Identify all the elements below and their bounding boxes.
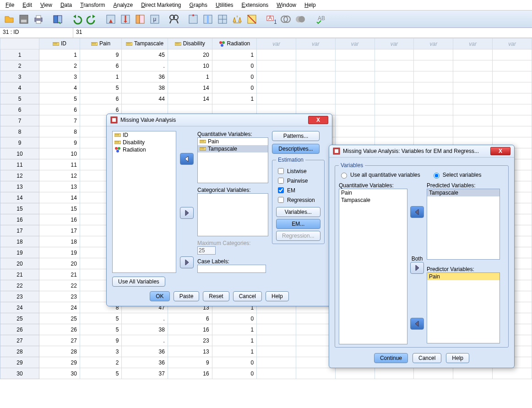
cell-blank[interactable] bbox=[375, 49, 414, 60]
quant-item-pain[interactable]: Pain bbox=[339, 189, 407, 196]
move-to-categorical-button[interactable] bbox=[180, 207, 194, 219]
cell-blank[interactable] bbox=[493, 60, 532, 71]
help-button[interactable]: Help bbox=[446, 353, 469, 363]
cell-blank[interactable] bbox=[296, 82, 335, 93]
cell[interactable]: 9 bbox=[80, 335, 122, 346]
cell-blank[interactable] bbox=[493, 93, 532, 104]
cell-blank[interactable] bbox=[375, 368, 414, 379]
menu-transform[interactable]: Transform bbox=[76, 1, 109, 9]
cell-blank[interactable] bbox=[296, 60, 335, 71]
cell[interactable]: 23 bbox=[168, 335, 212, 346]
menu-view[interactable]: View bbox=[37, 1, 56, 9]
cell[interactable]: . bbox=[122, 335, 168, 346]
patterns-button[interactable]: Patterns... bbox=[272, 131, 320, 141]
cell[interactable]: 13 bbox=[168, 346, 212, 357]
row-header[interactable]: 14 bbox=[0, 192, 39, 203]
row-header[interactable]: 4 bbox=[0, 82, 39, 93]
cell[interactable]: 3 bbox=[39, 71, 80, 82]
cell[interactable]: 5 bbox=[80, 324, 122, 335]
row-header[interactable]: 29 bbox=[0, 357, 39, 368]
cell-blank[interactable] bbox=[493, 71, 532, 82]
cell-blank[interactable] bbox=[257, 346, 296, 357]
cell-blank[interactable] bbox=[453, 115, 493, 126]
row-header[interactable]: 10 bbox=[0, 148, 39, 159]
cell[interactable]: 28 bbox=[39, 346, 80, 357]
cell-blank[interactable] bbox=[414, 115, 453, 126]
cell[interactable]: 19 bbox=[39, 247, 80, 258]
row-header[interactable]: 22 bbox=[0, 280, 39, 291]
row-header[interactable]: 18 bbox=[0, 236, 39, 247]
predicted-item-tampascale[interactable]: Tampascale bbox=[427, 189, 499, 196]
quantitative-variables-list[interactable]: PainTampascale bbox=[197, 137, 268, 183]
row-header[interactable]: 26 bbox=[0, 324, 39, 335]
cell[interactable]: 38 bbox=[122, 82, 168, 93]
column-header-blank[interactable]: var bbox=[335, 38, 375, 49]
row-header[interactable]: 11 bbox=[0, 159, 39, 170]
cell[interactable]: 29 bbox=[39, 357, 80, 368]
cell[interactable]: 0 bbox=[212, 82, 256, 93]
cell[interactable]: 12 bbox=[39, 170, 80, 181]
cell-blank[interactable] bbox=[335, 60, 375, 71]
row-header[interactable]: 5 bbox=[0, 93, 39, 104]
close-button[interactable]: X bbox=[490, 147, 510, 155]
cell[interactable]: 7 bbox=[39, 115, 80, 126]
cell-blank[interactable] bbox=[335, 368, 375, 379]
cell[interactable]: 27 bbox=[39, 335, 80, 346]
redo-icon[interactable] bbox=[85, 13, 98, 26]
predicted-variables-list[interactable]: Tampascale bbox=[427, 189, 500, 260]
cell-blank[interactable] bbox=[414, 93, 453, 104]
cell-blank[interactable] bbox=[414, 49, 453, 60]
cell-blank[interactable] bbox=[257, 93, 296, 104]
move-to-caselabel-button[interactable] bbox=[180, 256, 194, 268]
cell[interactable]: 22 bbox=[39, 280, 80, 291]
cancel-button[interactable]: Cancel bbox=[233, 291, 262, 301]
variables-icon[interactable] bbox=[134, 13, 147, 26]
row-header[interactable]: 23 bbox=[0, 291, 39, 302]
menu-extensions[interactable]: Extensions bbox=[238, 1, 272, 9]
column-header-disability[interactable]: Disability bbox=[168, 38, 212, 49]
column-header-id[interactable]: ID bbox=[39, 38, 80, 49]
cell-blank[interactable] bbox=[493, 104, 532, 115]
cell[interactable]: 21 bbox=[39, 269, 80, 280]
menu-analyze[interactable]: Analyze bbox=[109, 1, 136, 9]
row-header[interactable]: 16 bbox=[0, 214, 39, 225]
cell-blank[interactable] bbox=[414, 126, 453, 137]
cell[interactable]: 26 bbox=[39, 324, 80, 335]
cell-blank[interactable] bbox=[453, 82, 493, 93]
cell[interactable]: . bbox=[122, 60, 168, 71]
cell-blank[interactable] bbox=[375, 82, 414, 93]
cell-blank[interactable] bbox=[375, 71, 414, 82]
cell-blank[interactable] bbox=[335, 71, 375, 82]
row-header[interactable]: 6 bbox=[0, 104, 39, 115]
cell[interactable]: 24 bbox=[39, 302, 80, 313]
cell[interactable]: 15 bbox=[39, 203, 80, 214]
cell-blank[interactable] bbox=[493, 126, 532, 137]
cell[interactable]: 6 bbox=[168, 313, 212, 324]
cell[interactable]: 6 bbox=[80, 93, 122, 104]
column-header-tampascale[interactable]: Tampascale bbox=[122, 38, 168, 49]
cell[interactable]: 5 bbox=[80, 82, 122, 93]
cell-blank[interactable] bbox=[335, 82, 375, 93]
cell[interactable]: 4 bbox=[39, 82, 80, 93]
show-all-icon[interactable] bbox=[294, 13, 307, 26]
value-labels-icon[interactable]: A1 bbox=[265, 13, 277, 26]
row-header[interactable]: 12 bbox=[0, 170, 39, 181]
predictor-variables-list[interactable]: Pain bbox=[427, 272, 500, 343]
spellcheck-icon[interactable]: ABC bbox=[313, 13, 326, 26]
close-button[interactable]: X bbox=[308, 116, 328, 124]
cell-blank[interactable] bbox=[257, 49, 296, 60]
cell-blank[interactable] bbox=[414, 60, 453, 71]
cell-value-box[interactable]: 31 bbox=[73, 28, 532, 38]
save-icon[interactable] bbox=[17, 13, 30, 26]
cell[interactable]: 1 bbox=[39, 49, 80, 60]
cell[interactable]: 30 bbox=[39, 368, 80, 379]
row-header[interactable]: 1 bbox=[0, 49, 39, 60]
categorical-variables-list[interactable] bbox=[197, 193, 268, 236]
cell-blank[interactable] bbox=[257, 82, 296, 93]
row-header[interactable]: 15 bbox=[0, 203, 39, 214]
cell-blank[interactable] bbox=[257, 357, 296, 368]
row-header[interactable]: 8 bbox=[0, 126, 39, 137]
descriptives-button[interactable]: Descriptives... bbox=[272, 144, 320, 154]
menu-edit[interactable]: Edit bbox=[19, 1, 36, 9]
cell[interactable]: 0 bbox=[212, 313, 256, 324]
